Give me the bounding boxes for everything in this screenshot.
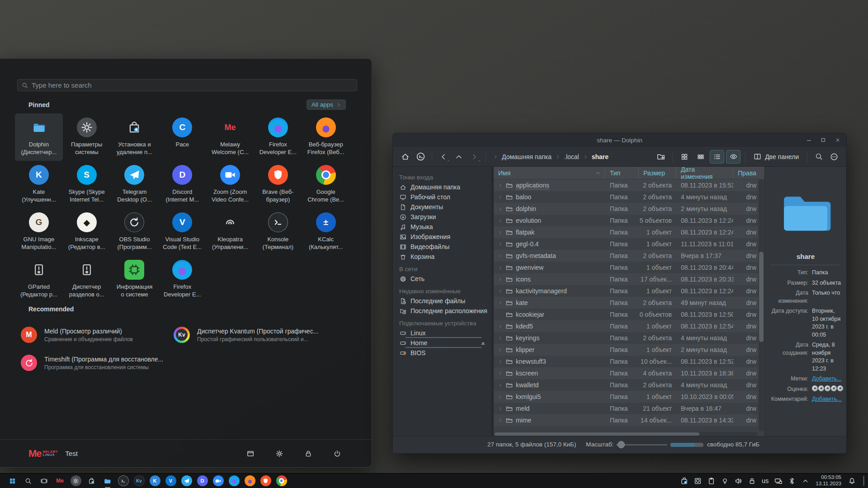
place-item-домашняя-папка[interactable]: Домашняя папка	[393, 182, 491, 192]
pinned-app-firefox[interactable]: Веб-браузерFirefox (Веб...	[302, 113, 350, 161]
place-item-linux[interactable]: Linux	[393, 328, 491, 338]
tray-clipboard-icon[interactable]	[706, 474, 717, 488]
file-row-kded5[interactable]: kded5Папка1 объект08.11.2023 в 12:54drw	[494, 320, 758, 332]
expand-icon[interactable]	[498, 289, 503, 293]
expand-icon[interactable]	[498, 418, 503, 422]
place-item-последние-расположения[interactable]: Последние расположения	[393, 306, 491, 316]
clock[interactable]: 00:53:05 13.11.2023	[816, 474, 841, 487]
expand-icon[interactable]	[498, 407, 503, 411]
split-view-button[interactable]: Две панели	[750, 150, 802, 164]
user-avatar-button[interactable]	[414, 150, 427, 164]
tray-security-icon[interactable]	[692, 474, 704, 488]
rating-stars[interactable]: ★★★★★	[812, 385, 843, 391]
taskbar-app-melawy[interactable]: Me	[52, 474, 68, 488]
file-row-dolphin[interactable]: dolphinПапка2 объекта2 минуты назадdrw	[494, 203, 758, 215]
preview-toggle-button[interactable]	[726, 150, 741, 164]
menu-button[interactable]	[827, 150, 841, 164]
minimize-button[interactable]	[805, 136, 813, 144]
pinned-app-telegram[interactable]: TelegramDesktop (О...	[111, 161, 159, 208]
pinned-app-firefox-developer-edition[interactable]: FirefoxDeveloper E...	[158, 256, 206, 303]
taskbar-app-application-launcher[interactable]	[5, 474, 20, 488]
place-item-рабочий-стол[interactable]: Рабочий стол	[393, 192, 491, 202]
taskbar-app-chrome[interactable]	[274, 474, 289, 488]
file-row-evolution[interactable]: evolutionПапка5 объектов08.11.2023 в 12:…	[494, 215, 758, 226]
taskbar-app-discover[interactable]	[84, 474, 99, 488]
file-row-kwalletd[interactable]: kwalletdПапка2 объекта4 минуты назадdrw	[494, 379, 758, 391]
tray-updates-icon[interactable]	[679, 474, 690, 488]
eject-icon[interactable]	[480, 340, 486, 346]
pinned-app-vscode[interactable]: VVisual StudioCode (Text E...	[158, 208, 206, 256]
pinned-app-kleopatra[interactable]: Kleopatra(Управлени...	[206, 208, 254, 256]
pinned-app-skype[interactable]: SSkype (SkypeInternet Tel...	[63, 161, 111, 208]
expand-icon[interactable]	[498, 324, 503, 328]
expand-icon[interactable]	[498, 195, 503, 199]
pinned-app-zoom[interactable]: Zoom (ZoomVideo Confe...	[206, 161, 254, 208]
taskbar-app-zoom[interactable]	[210, 474, 226, 488]
taskbar-app-telegram[interactable]	[179, 474, 194, 488]
shutdown-button[interactable]	[329, 447, 346, 460]
vertical-scrollbar[interactable]	[759, 179, 764, 432]
file-row-knewstuff3[interactable]: knewstuff3Папка10 объек...08.11.2023 в 1…	[494, 356, 758, 367]
maximize-button[interactable]	[819, 136, 827, 144]
place-item-изображения[interactable]: Изображения	[393, 232, 491, 242]
close-button[interactable]	[834, 136, 842, 144]
taskbar-app-kate[interactable]: K	[147, 474, 163, 488]
column-header-4[interactable]: Права	[733, 167, 764, 179]
taskbar-app-discord[interactable]: D	[194, 474, 210, 488]
place-item-загрузки[interactable]: Загрузки	[393, 212, 491, 222]
lock-button[interactable]	[300, 447, 317, 460]
recommended-app-meld[interactable]: MMeld (Просмотр различий)Сравнение и объ…	[17, 321, 170, 349]
file-row-gwenview[interactable]: gwenviewПапка1 объект08.11.2023 в 20:44d…	[494, 262, 758, 273]
file-row-flatpak[interactable]: flatpakПапка1 объект08.11.2023 в 12:24dr…	[494, 226, 758, 238]
file-row-kcookiejar[interactable]: kcookiejarПапка0 объектов08.11.2023 в 12…	[494, 309, 758, 320]
settings-button[interactable]	[271, 447, 288, 460]
breadcrumb-item[interactable]: Домашняя папка	[502, 153, 552, 160]
column-header-0[interactable]: Имя	[494, 167, 605, 179]
expand-icon[interactable]	[498, 242, 503, 246]
home-button[interactable]	[398, 150, 412, 164]
all-apps-button[interactable]: All apps	[307, 99, 346, 110]
expand-icon[interactable]	[498, 336, 503, 340]
taskbar-app-firefox-developer[interactable]	[226, 474, 242, 488]
expand-icon[interactable]	[498, 266, 503, 270]
add-link[interactable]: Добавить...	[812, 375, 842, 383]
file-row-mime[interactable]: mimeПапка14 объек...08.11.2023 в 14:33dr…	[494, 414, 758, 426]
expand-icon[interactable]	[498, 360, 503, 364]
file-row-gvfs-metadata[interactable]: gvfs-metadataПапка2 объектаВчера в 17:37…	[494, 250, 758, 262]
place-item-bios[interactable]: BIOS	[393, 348, 491, 358]
pinned-app-install-remove-software[interactable]: Установка иудаление п...	[111, 113, 159, 161]
pinned-app-kate[interactable]: KKate(Улучшенн...	[15, 161, 63, 208]
pinned-app-system-settings[interactable]: Параметрысистемы	[63, 113, 111, 161]
back-button[interactable]	[437, 150, 450, 164]
place-item-последние-файлы[interactable]: Последние файлы	[393, 296, 491, 306]
expand-icon[interactable]	[498, 219, 503, 223]
expand-icon[interactable]	[498, 348, 503, 352]
tray-expand-tray-icon[interactable]	[799, 474, 811, 488]
pinned-app-brave[interactable]: Brave (Веб-браузер)	[254, 161, 302, 208]
taskbar-app-system-settings[interactable]	[68, 474, 84, 488]
search-button[interactable]	[812, 150, 826, 164]
tray-night-color-icon[interactable]	[719, 474, 731, 488]
icons-view-button[interactable]	[677, 150, 692, 164]
file-row-applications[interactable]: applicationsПапка2 объекта08.11.2023 в 1…	[494, 179, 758, 191]
taskbar-app-window-switcher[interactable]	[36, 474, 52, 488]
place-item-сеть[interactable]: Сеть	[393, 274, 491, 284]
pinned-app-kcalc[interactable]: ±KCalc(Калькулят...	[302, 208, 350, 256]
file-row-kscreen[interactable]: kscreenПапка4 объекта10.11.2023 в 18:38d…	[494, 367, 758, 379]
file-row-kate[interactable]: kateПапка2 объекта49 минут назадdrw	[494, 297, 758, 309]
place-item-корзина[interactable]: Корзина	[393, 252, 491, 262]
pinned-app-gparted[interactable]: GParted(Редактор р...	[15, 256, 63, 303]
taskbar-app-dolphin[interactable]	[99, 474, 115, 488]
expand-icon[interactable]	[498, 254, 503, 258]
expand-icon[interactable]	[498, 207, 503, 211]
compact-view-button[interactable]	[693, 150, 708, 164]
search-input[interactable]: Type here to search	[17, 79, 357, 91]
pinned-app-chrome[interactable]: GoogleChrome (Ве...	[302, 161, 350, 208]
place-item-музыка[interactable]: Музыка	[393, 222, 491, 232]
file-row-klipper[interactable]: klipperПапка1 объект2 минуты назадdrw	[494, 344, 758, 356]
pinned-app-konsole[interactable]: Konsole(Терминал)	[254, 208, 302, 256]
tray-volume-icon[interactable]	[733, 474, 745, 488]
pinned-app-dolphin[interactable]: Dolphin(Диспетчер...	[15, 113, 63, 161]
up-button[interactable]	[452, 150, 466, 164]
show-desktop-edge[interactable]	[863, 476, 864, 486]
